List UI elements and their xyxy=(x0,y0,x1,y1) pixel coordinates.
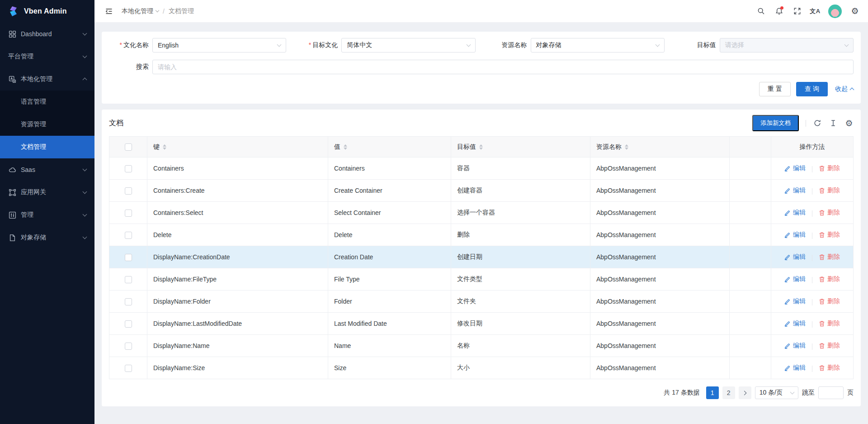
page-button-1[interactable]: 1 xyxy=(706,386,719,399)
sidebar-item-dashboard[interactable]: Dashboard xyxy=(0,23,94,45)
pagination-total: 共 17 条数据 xyxy=(664,389,699,397)
row-checkbox[interactable] xyxy=(125,232,132,239)
culture-name-label: 文化名称 xyxy=(109,41,149,49)
search-label: 搜索 xyxy=(109,63,149,71)
column-header-value: 值 xyxy=(334,143,340,151)
sort-control[interactable] xyxy=(479,144,483,150)
jump-page-input[interactable] xyxy=(818,386,844,399)
delete-link[interactable]: 删除 xyxy=(819,275,840,283)
filter-panel: 文化名称 English 目标文化 简体中文 资源名称 xyxy=(102,32,861,104)
column-header-empty xyxy=(730,137,771,157)
delete-link[interactable]: 删除 xyxy=(819,209,840,217)
search-input[interactable] xyxy=(158,63,848,71)
sidebar-fold-icon[interactable] xyxy=(102,4,116,19)
sidebar-item-language-mgmt[interactable]: 语言管理 xyxy=(0,91,94,113)
edit-link[interactable]: 编辑 xyxy=(784,231,806,239)
delete-link[interactable]: 删除 xyxy=(819,186,840,195)
search-icon[interactable] xyxy=(753,3,769,19)
target-culture-select[interactable]: 简体中文 xyxy=(341,38,475,52)
sidebar-item-localization[interactable]: 本地化管理 xyxy=(0,68,94,91)
fullscreen-icon[interactable] xyxy=(789,3,805,19)
sidebar-item-platform[interactable]: 平台管理 xyxy=(0,45,94,68)
cell-resource: AbpOssManagement xyxy=(590,180,730,202)
culture-name-select[interactable]: English xyxy=(152,38,286,52)
collapse-link[interactable]: 收起 xyxy=(835,85,854,93)
cell-target: 创建日期 xyxy=(451,246,590,268)
sidebar-item-label: Saas xyxy=(21,166,83,173)
select-all-checkbox[interactable] xyxy=(125,143,132,151)
row-checkbox[interactable] xyxy=(125,365,132,372)
refresh-icon[interactable] xyxy=(813,119,822,128)
target-value-label: 目标值 xyxy=(676,41,716,49)
app-logo[interactable]: Vben Admin xyxy=(0,0,94,23)
reset-button[interactable]: 重置 xyxy=(759,82,791,96)
query-button[interactable]: 查询 xyxy=(796,82,828,96)
cell-value: Create Container xyxy=(328,180,451,202)
row-checkbox[interactable] xyxy=(125,165,132,172)
delete-label: 删除 xyxy=(827,364,840,372)
table-row: DisplayName:CreationDate Creation Date 创… xyxy=(109,246,854,268)
edit-link[interactable]: 编辑 xyxy=(784,164,806,172)
row-checkbox[interactable] xyxy=(125,254,132,261)
row-checkbox[interactable] xyxy=(125,298,132,305)
cloud-icon xyxy=(8,166,16,174)
page-button-2[interactable]: 2 xyxy=(722,386,735,399)
delete-link[interactable]: 删除 xyxy=(819,342,840,350)
sidebar-item-document-mgmt[interactable]: 文档管理 xyxy=(0,136,94,158)
sidebar-item-object-storage[interactable]: 对象存储 xyxy=(0,226,94,249)
chevron-down-icon xyxy=(83,190,87,194)
action-divider xyxy=(812,188,812,195)
edit-link[interactable]: 编辑 xyxy=(784,253,806,261)
cell-key: Containers:Create xyxy=(147,180,328,202)
resource-name-label: 资源名称 xyxy=(487,41,527,49)
row-checkbox[interactable] xyxy=(125,343,132,350)
table-row: Delete Delete 删除 AbpOssManagement 编辑 删除 xyxy=(109,224,854,246)
cell-resource: AbpOssManagement xyxy=(590,291,730,313)
row-checkbox[interactable] xyxy=(125,276,132,283)
edit-link[interactable]: 编辑 xyxy=(784,297,806,305)
settings-gear-icon[interactable]: ⚙ xyxy=(847,3,863,19)
notification-bell-icon[interactable] xyxy=(771,3,787,19)
sidebar-item-saas[interactable]: Saas xyxy=(0,158,94,181)
edit-link[interactable]: 编辑 xyxy=(784,319,806,328)
row-height-icon[interactable] xyxy=(829,119,838,128)
delete-link[interactable]: 删除 xyxy=(819,319,840,328)
app-title: Vben Admin xyxy=(24,7,67,15)
delete-link[interactable]: 删除 xyxy=(819,364,840,372)
collapse-label: 收起 xyxy=(835,85,848,93)
row-checkbox[interactable] xyxy=(125,320,132,328)
notification-badge xyxy=(780,6,783,10)
column-settings-gear-icon[interactable]: ⚙ xyxy=(844,119,854,128)
sort-control[interactable] xyxy=(163,144,166,150)
delete-link[interactable]: 删除 xyxy=(819,164,840,172)
edit-link[interactable]: 编辑 xyxy=(784,342,806,350)
user-avatar[interactable] xyxy=(828,5,842,18)
table-header-row: 键 值 目标值 xyxy=(109,137,854,157)
row-checkbox[interactable] xyxy=(125,210,132,217)
add-document-button[interactable]: 添加新文档 xyxy=(752,115,799,131)
delete-label: 删除 xyxy=(827,209,840,217)
table-row: Containers Containers 容器 AbpOssManagemen… xyxy=(109,157,854,180)
edit-link[interactable]: 编辑 xyxy=(784,364,806,372)
next-page-button[interactable] xyxy=(739,386,751,399)
breadcrumb-parent[interactable]: 本地化管理 xyxy=(122,7,159,15)
sort-control[interactable] xyxy=(344,144,347,150)
delete-link[interactable]: 删除 xyxy=(819,231,840,239)
sidebar-item-gateway[interactable]: 应用网关 xyxy=(0,181,94,204)
edit-link[interactable]: 编辑 xyxy=(784,186,806,195)
edit-link[interactable]: 编辑 xyxy=(784,209,806,217)
sidebar-item-resource-mgmt[interactable]: 资源管理 xyxy=(0,113,94,136)
delete-link[interactable]: 删除 xyxy=(819,297,840,305)
pagination: 共 17 条数据 1 2 10 条/页 跳至 页 xyxy=(109,386,854,399)
target-value-select[interactable]: 请选择 xyxy=(720,38,854,52)
sort-control[interactable] xyxy=(625,144,628,150)
edit-link[interactable]: 编辑 xyxy=(784,275,806,283)
cell-actions: 编辑 删除 xyxy=(771,180,854,202)
sidebar-item-admin[interactable]: 管理 xyxy=(0,204,94,226)
row-checkbox[interactable] xyxy=(125,187,132,195)
resource-name-select[interactable]: 对象存储 xyxy=(531,38,665,52)
table-row: Containers:Select Select Container 选择一个容… xyxy=(109,202,854,224)
page-size-select[interactable]: 10 条/页 xyxy=(755,386,798,399)
translate-icon[interactable]: 文A xyxy=(807,3,823,19)
delete-link[interactable]: 删除 xyxy=(819,253,840,261)
